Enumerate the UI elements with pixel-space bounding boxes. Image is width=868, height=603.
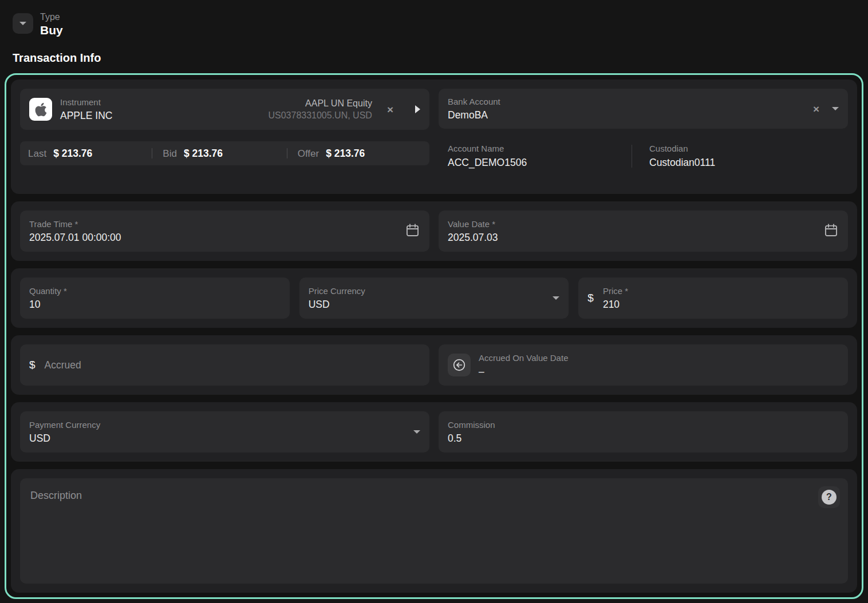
quantity-value: 10 [29,298,281,311]
last-quote: Last $ 213.76 [28,148,152,160]
trade-time-label: Trade Time * [29,219,405,229]
payment-currency-value: USD [29,432,413,445]
price-value: 210 [603,298,839,311]
trade-time-value: 2025.07.01 00:00:00 [29,231,405,244]
copy-back-button[interactable] [448,354,471,376]
accrued-field[interactable]: $ Accrued [20,344,429,386]
dates-section: Trade Time * 2025.07.01 00:00:00 Value D… [11,201,857,261]
price-currency-label: Price Currency [309,286,553,296]
accrued-on-value-date-value: – [479,365,839,378]
custodian-label: Custodian [649,144,816,154]
type-selector-row: Type Buy [13,11,868,38]
price-currency-caret-icon[interactable] [553,296,559,300]
bid-value: $ 213.76 [184,148,223,160]
value-date-field[interactable]: Value Date * 2025.07.03 [439,211,848,252]
instrument-isin: US0378331005.UN, USD [268,110,372,121]
instrument-expand-icon[interactable] [415,105,420,113]
quote-strip: Last $ 213.76 Bid $ 213.76 Offer $ 213.7… [20,141,429,165]
trade-time-field[interactable]: Trade Time * 2025.07.01 00:00:00 [20,211,429,252]
payment-currency-field[interactable]: Payment Currency USD [20,411,429,453]
commission-field[interactable]: Commission 0.5 [439,411,848,453]
page-title: Transaction Info [13,51,868,65]
bank-account-clear-icon[interactable]: × [810,104,823,114]
calendar-icon[interactable] [405,223,420,240]
last-label: Last [28,148,46,160]
payment-commission-section: Payment Currency USD Commission 0.5 [11,402,857,462]
quantity-price-section: Quantity * 10 Price Currency USD $ Price… [11,268,857,328]
accrued-placeholder: Accrued [45,359,81,371]
type-field[interactable]: Type Buy [40,11,63,38]
instrument-bank-section: Instrument APPLE INC AAPL UN Equity US03… [11,80,857,194]
type-dropdown-button[interactable] [13,13,33,34]
account-name-value: ACC_DEMO1506 [448,156,632,169]
price-label: Price * [603,286,839,296]
account-info: Account Name ACC_DEMO1506 Custodian Cust… [439,144,848,169]
accrued-on-value-date-label: Accrued On Value Date [479,353,839,363]
apple-logo-icon [29,98,52,121]
instrument-field[interactable]: Instrument APPLE INC AAPL UN Equity US03… [20,89,429,130]
bank-account-caret-icon[interactable] [832,107,839,110]
bank-account-value: DemoBA [448,109,810,121]
quantity-field[interactable]: Quantity * 10 [20,277,290,319]
quote-divider [287,148,287,158]
type-value: Buy [40,23,63,38]
description-placeholder: Description [30,490,82,501]
question-mark-icon: ? [822,490,837,505]
chevron-down-icon [19,22,26,25]
help-button[interactable]: ? [818,486,840,508]
value-date-value: 2025.07.03 [448,231,823,244]
commission-label: Commission [448,420,839,430]
accrued-section: $ Accrued Accrued On Value Date – [11,335,857,395]
accrued-on-value-date-field[interactable]: Accrued On Value Date – [439,344,848,386]
payment-currency-label: Payment Currency [29,420,413,430]
offer-value: $ 213.76 [326,148,365,160]
offer-quote: Offer $ 213.76 [298,148,421,160]
type-label: Type [40,11,63,23]
bank-account-label: Bank Account [448,97,810,107]
bid-quote: Bid $ 213.76 [163,148,286,160]
last-value: $ 213.76 [53,148,92,160]
commission-value: 0.5 [448,432,839,445]
price-currency-field[interactable]: Price Currency USD [299,277,569,319]
price-field[interactable]: $ Price * 210 [578,277,848,319]
transaction-info-panel: Instrument APPLE INC AAPL UN Equity US03… [5,73,863,599]
instrument-clear-icon[interactable]: × [384,104,397,115]
payment-currency-caret-icon[interactable] [413,430,420,434]
calendar-icon[interactable] [823,223,839,240]
page-header: Type Buy Transaction Info [0,0,868,65]
account-name-label: Account Name [448,144,632,154]
bid-label: Bid [163,148,177,160]
price-currency-value: USD [309,298,553,311]
custodian-value: Custodian0111 [649,156,816,169]
offer-label: Offer [298,148,319,160]
quantity-label: Quantity * [29,286,281,296]
quote-divider [152,148,152,158]
instrument-name: APPLE INC [60,109,260,122]
instrument-label: Instrument [60,97,260,108]
instrument-ticker: AAPL UN Equity [305,98,372,109]
description-section: Description ? [11,469,857,593]
arrow-left-circle-icon [452,358,467,372]
bank-account-field[interactable]: Bank Account DemoBA × [439,89,848,129]
description-textarea[interactable]: Description ? [20,478,848,584]
dollar-icon: $ [29,359,35,371]
value-date-label: Value Date * [448,219,823,229]
dollar-icon: $ [587,292,594,304]
